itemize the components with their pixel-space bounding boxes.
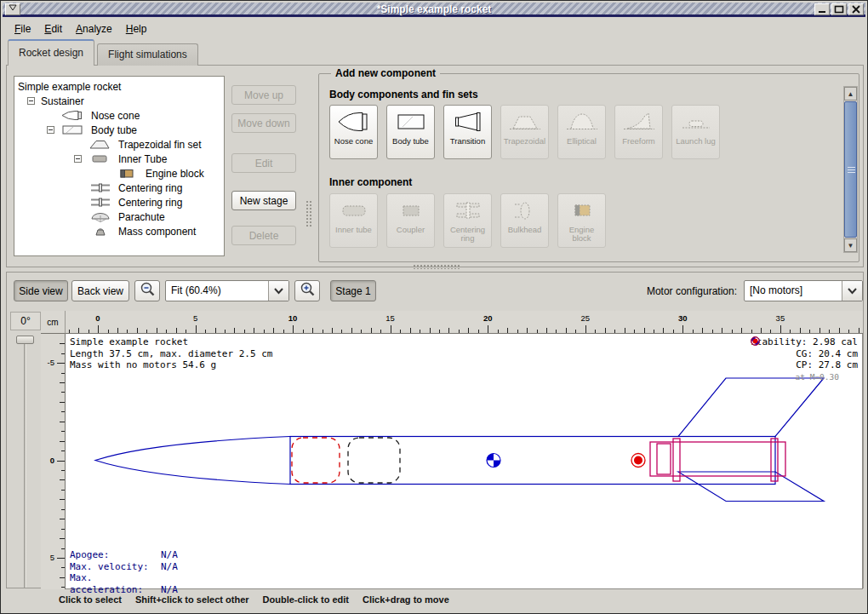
body-tube-shape[interactable] [290, 437, 775, 485]
centering-ring-front-shape[interactable] [673, 439, 680, 481]
scroll-up-icon[interactable]: ▲ [844, 87, 857, 100]
cp-line: CP: 27.8 cm [751, 359, 858, 371]
vertical-splitter-handle[interactable] [306, 200, 312, 227]
ruler-tick [61, 392, 65, 393]
tab-flight-simulations[interactable]: Flight simulations [97, 43, 198, 66]
ruler-tick [478, 330, 479, 333]
magnifier-plus-icon [299, 281, 316, 301]
tree-item-inner-tube[interactable]: Inner Tube [14, 152, 224, 166]
component-scrollbar[interactable]: ▲ ▼ [843, 86, 858, 253]
magnifier-minus-icon [139, 281, 156, 301]
fin-upper-shape[interactable] [678, 378, 824, 437]
chevron-down-icon[interactable] [268, 281, 288, 301]
ruler-tick [61, 431, 65, 432]
ruler-tick [341, 330, 342, 333]
ruler-tick [527, 328, 528, 333]
centering-ring-rear-shape[interactable] [771, 439, 778, 481]
move-up-button[interactable]: Move up [231, 85, 296, 105]
edit-button-column: Move upMove downEditNew stageDelete [231, 66, 296, 268]
add-freeform-button[interactable]: Freeform [614, 105, 663, 159]
minimize-icon[interactable] [814, 3, 830, 15]
menu-file[interactable]: File [8, 20, 37, 37]
add-launch-lug-button[interactable]: Launch lug [671, 105, 720, 159]
ruler-tick [293, 325, 294, 333]
tree-item-trapezoidal-fin-set[interactable]: Trapezoidal fin set [14, 137, 224, 152]
ruler-label: 0 [95, 313, 100, 323]
tab-rocket-design[interactable]: Rocket design [8, 39, 94, 66]
menu-analyze[interactable]: Analyze [69, 20, 119, 37]
ruler-tick [303, 330, 304, 333]
tree-item-body-tube[interactable]: Body tube [14, 123, 224, 137]
add-trapezoidal-button[interactable]: Trapezoidal [500, 105, 549, 159]
add-inner-tube-button[interactable]: Inner tube [329, 193, 378, 248]
add-nose-cone-button[interactable]: Nose cone [329, 105, 378, 159]
tab-row: Rocket designFlight simulations [8, 39, 198, 66]
tree-expander-icon[interactable] [27, 97, 35, 105]
rotation-angle-indicator: 0° [10, 312, 41, 330]
ruler-label: 20 [483, 313, 493, 323]
scrollbar-grip [848, 167, 855, 174]
tree-expander-icon[interactable] [74, 155, 82, 163]
menu-help[interactable]: Help [119, 20, 154, 37]
motor-configuration-select[interactable]: [No motors] [744, 280, 863, 301]
ruler-label: 10 [288, 313, 298, 323]
add-coupler-button[interactable]: Coupler [386, 193, 435, 248]
zoom-select[interactable]: Fit (60.4%) [165, 280, 289, 301]
chevron-down-icon[interactable] [842, 281, 862, 301]
tree-item-mass-component[interactable]: Mass component [14, 224, 224, 238]
engine-block-shape[interactable] [657, 444, 671, 474]
add-bulkhead-button[interactable]: Bulkhead [500, 193, 549, 248]
add-centering-ring-button[interactable]: Centering ring [443, 193, 492, 248]
ruler-tick [848, 330, 849, 333]
tree-item-parachute[interactable]: Parachute [14, 209, 224, 224]
parachute-shape[interactable] [292, 438, 340, 483]
maximize-icon[interactable] [831, 3, 847, 15]
tree-item-simple-example-rocket[interactable]: Simple example rocket [14, 79, 224, 94]
tree-expander-icon[interactable] [47, 126, 54, 134]
ruler-tick [166, 330, 167, 333]
horizontal-splitter-handle[interactable] [413, 264, 460, 269]
cg-label: CG: [796, 348, 813, 359]
rocket-canvas[interactable]: Simple example rocketLength 37.5 cm, max… [66, 334, 863, 589]
hint-shift-click-to-select-other: Shift+click to select other [135, 594, 249, 605]
ruler-tick [459, 330, 460, 333]
new-stage-button[interactable]: New stage [231, 191, 296, 210]
window-title: *Simple example rocket [3, 3, 865, 15]
ruler-tick [566, 328, 567, 333]
scroll-down-icon[interactable]: ▼ [844, 238, 857, 252]
mass-component-shape[interactable] [348, 438, 400, 483]
centeringring-icon [88, 197, 113, 208]
move-down-button[interactable]: Move down [231, 113, 296, 133]
zoom-out-button[interactable] [134, 280, 160, 301]
back-view-button[interactable]: Back view [71, 280, 129, 301]
tree-item-centering-ring[interactable]: Centering ring [14, 181, 224, 195]
side-view-button[interactable]: Side view [14, 280, 68, 301]
ruler-tick [273, 328, 274, 333]
cg-line: CG: 20.4 cm [751, 348, 858, 360]
tree-item-centering-ring[interactable]: Centering ring [14, 195, 224, 209]
rotation-slider-handle[interactable] [16, 336, 34, 344]
ruler-tick [89, 330, 89, 333]
hint-click-to-select: Click to select [59, 594, 122, 605]
zoom-select-value: Fit (60.4%) [166, 281, 268, 301]
menu-edit[interactable]: Edit [37, 20, 69, 37]
nose-cone-shape[interactable] [95, 437, 290, 485]
zoom-in-button[interactable] [294, 280, 320, 301]
add-engine-block-button[interactable]: Engine block [557, 193, 606, 248]
add-body-tube-button[interactable]: Body tube [386, 105, 435, 159]
rotation-slider-track[interactable] [24, 344, 26, 588]
add-transition-button[interactable]: Transition [443, 105, 492, 159]
stage-1-toggle[interactable]: Stage 1 [330, 280, 376, 301]
close-icon[interactable] [848, 3, 864, 15]
delete-button[interactable]: Delete [231, 226, 296, 245]
tree-item-sustainer[interactable]: Sustainer [14, 94, 224, 108]
horizontal-ruler: 05101520253035 [66, 311, 863, 334]
add-elliptical-button[interactable]: Elliptical [557, 105, 606, 159]
bulkhead-icon [506, 198, 544, 226]
ruler-tick [800, 328, 801, 333]
tree-item-engine-block[interactable]: Engine block [14, 166, 224, 181]
edit-button[interactable]: Edit [231, 153, 296, 173]
ruler-tick [430, 328, 431, 333]
scrollbar-thumb[interactable] [844, 101, 857, 238]
tree-item-nose-cone[interactable]: Nose cone [14, 108, 224, 123]
